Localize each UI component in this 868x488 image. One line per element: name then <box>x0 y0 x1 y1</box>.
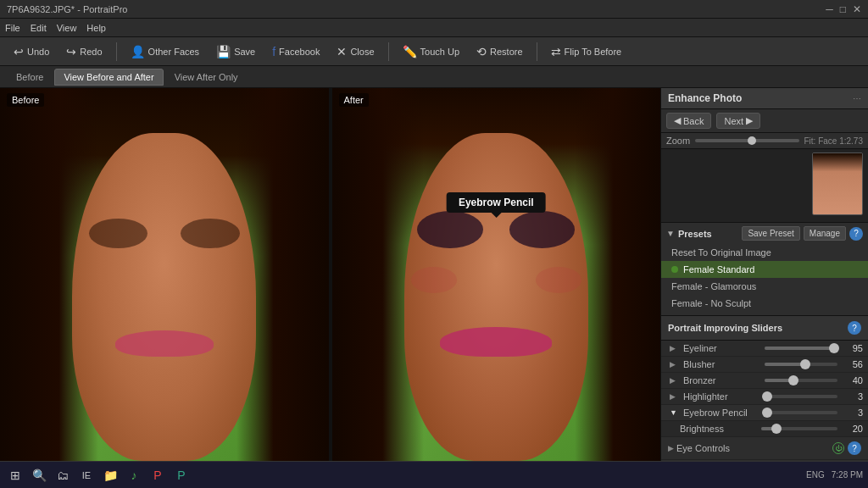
sliders-help-button[interactable]: ? <box>848 321 861 335</box>
enhance-title: Enhance Photo <box>668 92 742 104</box>
eyebrow-track[interactable] <box>765 411 837 414</box>
facebook-button[interactable]: f Facebook <box>265 42 326 61</box>
slider-eyeliner: ▶ Eyeliner 95 <box>661 341 868 357</box>
eyeliner-expand-icon[interactable]: ▶ <box>670 344 678 352</box>
maximize-button[interactable]: □ <box>840 3 846 15</box>
eye-controls-row: ▶ Eye Controls ⏻ ? <box>661 437 868 460</box>
back-button[interactable]: ◀ Back <box>666 113 711 129</box>
main-content: Before After Eyebrow Pencil <box>0 88 868 461</box>
preset-item[interactable]: Reset To Original Image <box>661 244 868 261</box>
tab-before[interactable]: Before <box>7 69 53 86</box>
taskbar-icon-5[interactable]: ♪ <box>124 465 144 485</box>
next-arrow-icon: ▶ <box>746 115 753 126</box>
taskbar-icon-4[interactable]: 📁 <box>100 465 120 485</box>
bronzer-thumb[interactable] <box>788 375 798 385</box>
face-skin <box>72 133 256 461</box>
taskbar-icon-2[interactable]: 🗂 <box>53 465 73 485</box>
tab-before-after[interactable]: View Before and After <box>54 69 163 86</box>
eyebrow-tooltip: Eyebrow Pencil <box>447 192 546 213</box>
close-button[interactable]: ✕ Close <box>330 42 381 61</box>
taskbar-icon-6[interactable]: P <box>147 465 168 485</box>
menu-view[interactable]: View <box>57 23 77 33</box>
eyeliner-track[interactable] <box>765 347 837 350</box>
brightness-track[interactable] <box>761 427 837 430</box>
undo-button[interactable]: ↩ Undo <box>7 42 56 61</box>
highlighter-track[interactable] <box>765 395 837 398</box>
bronzer-expand-icon[interactable]: ▶ <box>670 376 678 385</box>
blusher-fill <box>765 363 805 366</box>
eyebrow-expand-icon[interactable]: ▼ <box>670 408 678 417</box>
preset-label3: Female - No Sculpt <box>671 298 751 308</box>
highlighter-expand-icon[interactable]: ▶ <box>670 392 678 401</box>
next-button[interactable]: Next ▶ <box>716 113 760 129</box>
eye-controls-power-button[interactable]: ⏻ <box>832 442 844 454</box>
preset-item3[interactable]: Female - No Sculpt <box>661 295 868 312</box>
presets-arrow-icon[interactable]: ▼ <box>666 229 675 238</box>
other-faces-button[interactable]: 👤 Other Faces <box>124 42 207 61</box>
minimize-button[interactable]: ─ <box>826 3 833 15</box>
bronzer-track[interactable] <box>765 379 837 382</box>
restore-button[interactable]: ⟲ Restore <box>470 42 530 61</box>
after-label: After <box>339 93 369 107</box>
eyeliner-value: 95 <box>843 343 863 353</box>
taskbar: ⊞ 🔍 🗂 IE 📁 ♪ P P ENG 7:28 PM <box>0 461 868 488</box>
highlighter-value: 3 <box>843 391 863 402</box>
eyebrow-thumb[interactable] <box>762 408 772 418</box>
tab-after[interactable]: View After Only <box>165 69 248 86</box>
presets-title: Presets <box>678 229 738 239</box>
eyeliner-thumb[interactable] <box>829 343 839 353</box>
blusher-expand-icon[interactable]: ▶ <box>670 360 678 369</box>
eye-controls-help-button[interactable]: ? <box>848 441 861 455</box>
nav-row: ◀ Back Next ▶ <box>661 109 868 133</box>
blusher-thumb[interactable] <box>800 359 810 369</box>
separator <box>116 42 117 61</box>
menu-help[interactable]: Help <box>86 23 106 33</box>
blusher-track[interactable] <box>765 363 837 366</box>
eye-right <box>181 219 240 248</box>
taskbar-lang: ENG <box>806 470 825 480</box>
zoom-slider[interactable] <box>695 139 798 142</box>
highlighter-thumb[interactable] <box>762 391 772 402</box>
brightness-thumb[interactable] <box>771 424 782 434</box>
touch-up-button[interactable]: ✏️ Touch Up <box>396 42 466 61</box>
flip-icon: ⇄ <box>551 45 561 58</box>
taskbar-icon-3[interactable]: IE <box>76 465 97 485</box>
taskbar-right: ENG 7:28 PM <box>806 469 863 480</box>
preset-item-active[interactable]: Female Standard <box>661 261 868 278</box>
panel-options-icon[interactable]: ⋯ <box>853 94 861 103</box>
clock-time: 7:28 PM <box>832 469 863 480</box>
preset-item2[interactable]: Female - Glamorous <box>661 278 868 295</box>
image-area: Before After Eyebrow Pencil <box>0 88 660 461</box>
manage-button[interactable]: Manage <box>804 226 846 241</box>
preset-label: Female Standard <box>683 264 754 274</box>
thumbnail <box>812 152 863 215</box>
eyeliner-fill <box>765 347 834 350</box>
menu-edit[interactable]: Edit <box>31 23 47 33</box>
eyeliner-label: Eyeliner <box>683 343 760 353</box>
eye-controls-expand-icon[interactable]: ▶ <box>668 444 676 452</box>
brightness-label: Brightness <box>680 424 756 434</box>
presets-help-button[interactable]: ? <box>849 227 863 241</box>
menu-file[interactable]: File <box>5 23 20 33</box>
highlighter-label: Highlighter <box>683 391 760 402</box>
after-eye-right <box>509 211 576 248</box>
slider-bronzer: ▶ Bronzer 40 <box>661 373 868 389</box>
save-preset-button[interactable]: Save Preset <box>742 226 799 241</box>
start-button[interactable]: ⊞ <box>5 465 25 485</box>
close-window-button[interactable]: ✕ <box>853 3 861 15</box>
after-face <box>404 133 588 461</box>
redo-button[interactable]: ↪ Redo <box>59 42 108 61</box>
view-tabs: Before View Before and After View After … <box>0 66 868 88</box>
zoom-thumb[interactable] <box>748 136 756 145</box>
bronzer-value: 40 <box>843 375 863 385</box>
after-hair-right <box>575 88 660 461</box>
presets-header: ▼ Presets Save Preset Manage ? <box>661 223 868 244</box>
menubar: File Edit View Help <box>0 19 868 37</box>
taskbar-icon-1[interactable]: 🔍 <box>29 465 49 485</box>
flip-button[interactable]: ⇄ Flip To Before <box>544 42 629 61</box>
save-button[interactable]: 💾 Save <box>209 42 262 61</box>
taskbar-icon-7[interactable]: P <box>171 465 192 485</box>
preset-label2: Female - Glamorous <box>671 281 756 291</box>
window-controls: ─ □ ✕ <box>826 3 861 15</box>
after-lips <box>440 327 552 357</box>
